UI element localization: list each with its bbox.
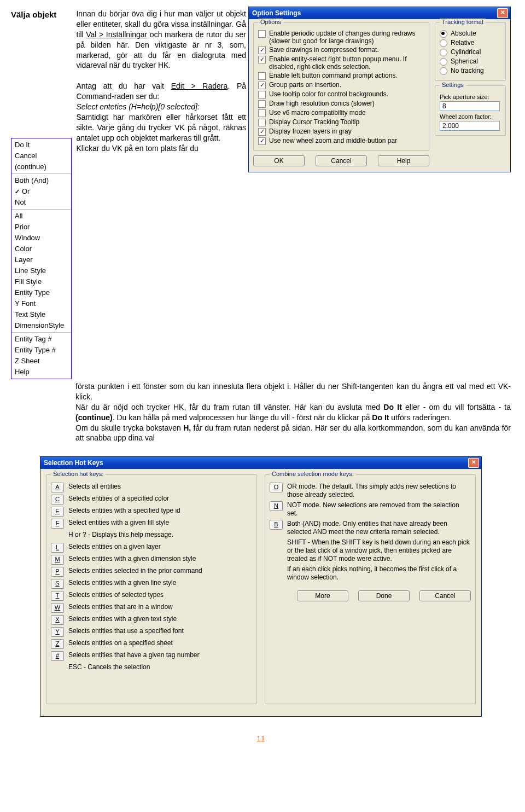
menu-item[interactable]: Entity Tag # (11, 334, 71, 345)
checkbox-icon[interactable] (258, 47, 266, 54)
radio-row[interactable]: Relative (440, 39, 501, 47)
done-button[interactable]: Done (358, 590, 410, 601)
menu-item[interactable]: Window (11, 233, 71, 243)
option-label: Use new wheel zoom and middle-button par (269, 137, 397, 144)
hotkey-row: BBoth (AND) mode. Only entities that hav… (270, 520, 471, 536)
checkbox-icon[interactable] (258, 30, 266, 38)
menu-item[interactable]: Entity Type # (11, 345, 71, 356)
menu-item[interactable]: All (11, 211, 71, 222)
hotkey-label: Selects entities on a given layer (68, 543, 161, 551)
close-icon[interactable]: ✕ (468, 458, 479, 468)
radio-label: Spherical (451, 57, 478, 65)
menu-item[interactable]: Both (And) (11, 175, 71, 186)
option-checkbox-row[interactable]: Use tooltip color for control background… (258, 90, 424, 98)
more-button[interactable]: More (297, 590, 348, 601)
radio-label: Absolute (451, 30, 476, 37)
key-icon: O (270, 483, 283, 492)
hotkey-row: ASelects all entities (51, 483, 252, 492)
menu-item[interactable]: Prior (11, 222, 71, 233)
ok-button[interactable]: OK (253, 155, 305, 166)
radio-icon[interactable] (440, 58, 447, 66)
option-label: Save drawings in compressed format. (269, 46, 379, 54)
close-icon[interactable]: ✕ (497, 8, 508, 18)
menu-item[interactable]: Line Style (11, 265, 71, 276)
hotkey-row: XSelects entities with a given text styl… (51, 615, 252, 625)
menu-item[interactable]: Y Font (11, 298, 71, 309)
radio-row[interactable]: Absolute (440, 30, 501, 38)
option-label: Display Cursor Tracking Tooltip (269, 118, 359, 126)
checkbox-icon[interactable] (258, 56, 266, 63)
hotkey-label: Selects entities of a specified color (68, 495, 169, 503)
pick-aperture-input[interactable] (440, 101, 500, 111)
radio-row[interactable]: Spherical (440, 57, 501, 66)
menu-item[interactable]: Fill Style (11, 276, 71, 287)
group-legend: Combine selection mode keys: (270, 471, 356, 477)
option-label: Enable left button command prompt action… (269, 72, 398, 79)
checkbox-icon[interactable] (258, 100, 266, 108)
hotkey-label: Select entities with a given fill style (68, 519, 169, 527)
hotkey-label: Selects entities selected in the prior c… (68, 567, 202, 575)
hotkey-label: If an each click picks nothing, it becom… (287, 565, 471, 582)
option-checkbox-row[interactable]: Enable left button command prompt action… (258, 72, 424, 80)
option-checkbox-row[interactable]: Enable periodic update of changes during… (258, 30, 424, 45)
options-group: Options Enable periodic update of change… (253, 22, 429, 151)
link-edit-delete: Edit > Radera (171, 82, 228, 90)
radio-row[interactable]: Cylindrical (440, 48, 501, 56)
checkbox-icon[interactable] (258, 119, 266, 126)
field-label: Wheel zoom factor: (440, 113, 501, 120)
menu-item[interactable]: Cancel (11, 150, 71, 161)
key-icon: A (51, 483, 64, 492)
cancel-button[interactable]: Cancel (419, 590, 471, 601)
radio-label: Cylindrical (451, 48, 481, 56)
option-checkbox-row[interactable]: Group parts on insertion. (258, 81, 424, 89)
checkbox-icon[interactable] (258, 109, 266, 117)
menu-item[interactable]: Not (11, 197, 71, 208)
menu-item[interactable]: Entity Type (11, 287, 71, 298)
checkbox-icon[interactable] (258, 128, 266, 136)
key-icon: L (51, 543, 64, 553)
checkbox-icon[interactable] (258, 137, 266, 145)
checkbox-icon[interactable] (258, 82, 266, 89)
option-checkbox-row[interactable]: Display Cursor Tracking Tooltip (258, 118, 424, 126)
menu-item[interactable]: Text Style (11, 309, 71, 320)
settings-group: Settings Pick aperture size: Wheel zoom … (435, 85, 506, 136)
option-checkbox-row[interactable]: Use new wheel zoom and middle-button par (258, 137, 424, 145)
menu-item[interactable]: Do It (11, 140, 71, 150)
radio-icon[interactable] (440, 39, 447, 47)
option-checkbox-row[interactable]: Enable entity-select right button popup … (258, 55, 424, 71)
key-icon: Y (51, 627, 64, 637)
menu-item[interactable]: Z Sheet (11, 356, 71, 367)
section-heading: Välja objekt (11, 10, 56, 19)
menu-item[interactable]: (continue) (11, 161, 71, 172)
option-checkbox-row[interactable]: Save drawings in compressed format. (258, 46, 424, 54)
hotkey-label: Selects entities that have a given tag n… (68, 651, 199, 659)
hotkey-label: NOT mode. New selections are removed fro… (287, 501, 471, 518)
radio-icon[interactable] (440, 67, 447, 75)
menu-item[interactable]: DimensionStyle (11, 320, 71, 331)
menu-item[interactable]: Color (11, 243, 71, 254)
radio-icon[interactable] (440, 30, 447, 38)
option-label: Use tooltip color for control background… (269, 90, 388, 98)
checkbox-icon[interactable] (258, 72, 266, 80)
hotkey-label: Selects entities of selected types (68, 591, 164, 599)
cancel-button[interactable]: Cancel (316, 155, 367, 166)
option-label: Draw high resolution conics (slower) (269, 100, 375, 107)
radio-row[interactable]: No tracking (440, 67, 501, 75)
group-legend: Tracking format (440, 19, 486, 25)
wheel-zoom-input[interactable] (440, 121, 500, 131)
radio-icon[interactable] (440, 49, 447, 56)
menu-item[interactable]: Help (11, 367, 71, 378)
checkbox-icon[interactable] (258, 91, 266, 98)
option-label: Enable periodic update of changes during… (269, 30, 424, 45)
hotkey-row: ESC - Cancels the selection (51, 663, 252, 673)
radio-label: Relative (451, 39, 474, 47)
menu-item[interactable]: Layer (11, 254, 71, 265)
option-checkbox-row[interactable]: Use v6 macro compatibility mode (258, 109, 424, 117)
help-button[interactable]: Help (378, 155, 429, 166)
hotkey-label: Selects entities with a given line style (68, 579, 176, 587)
option-checkbox-row[interactable]: Display frozen layers in gray (258, 127, 424, 136)
hotkey-label: Selects entities with a given text style (68, 615, 177, 623)
menu-item-checked[interactable]: Or (11, 186, 71, 197)
key-icon: B (270, 520, 283, 530)
option-checkbox-row[interactable]: Draw high resolution conics (slower) (258, 100, 424, 108)
